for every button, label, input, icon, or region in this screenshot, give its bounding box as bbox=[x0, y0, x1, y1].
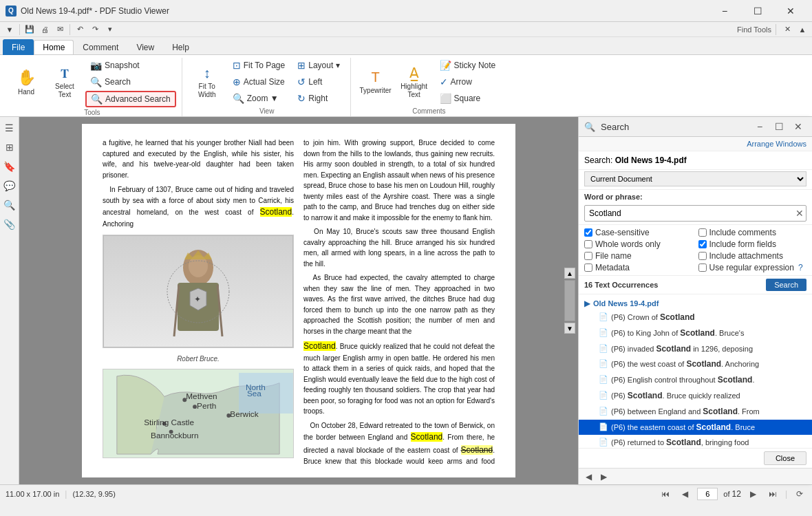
result-item-3[interactable]: 📄 (P6) the west coast of Scotland. Ancho… bbox=[579, 356, 812, 372]
sticky-note-button[interactable]: 📝 Sticky Note bbox=[435, 58, 501, 73]
use-regex-checkbox[interactable] bbox=[698, 264, 707, 272]
search-icon: 🔍 bbox=[90, 76, 102, 87]
tab-comment[interactable]: Comment bbox=[74, 40, 127, 54]
status-sep1: | bbox=[65, 489, 67, 499]
snapshot-button[interactable]: 📷 Snapshot bbox=[85, 58, 176, 73]
include-form-fields-checkbox[interactable] bbox=[698, 240, 707, 248]
sidebar-search[interactable]: 🔍 bbox=[1, 197, 18, 213]
hand-tool-button[interactable]: ✋ Hand bbox=[8, 62, 44, 103]
search-execute-button[interactable]: Search bbox=[766, 279, 806, 291]
actual-size-button[interactable]: ⊕ Actual Size bbox=[228, 74, 290, 89]
highlight-icon: A̲ bbox=[409, 65, 419, 81]
sidebar-thumbs[interactable]: ⊞ bbox=[1, 139, 18, 155]
minimize-button[interactable]: − bbox=[709, 0, 740, 22]
quick-access-toolbar: ▼ 💾 🖨 ✉ ↶ ↷ ▾ Find Tools ✕ ▲ bbox=[0, 22, 812, 37]
restore-button[interactable]: ☐ bbox=[742, 0, 773, 22]
result-file-header[interactable]: ▶ Old News 19-4.pdf bbox=[579, 297, 812, 310]
find-tools-close[interactable]: ✕ bbox=[780, 23, 794, 36]
whole-words-checkbox[interactable] bbox=[584, 240, 592, 248]
whole-words-label: Whole words only bbox=[595, 239, 661, 249]
scroll-down[interactable]: ▼ bbox=[564, 323, 575, 334]
last-page-button[interactable]: ⏭ bbox=[766, 487, 780, 501]
qa-undo[interactable]: ↶ bbox=[73, 23, 87, 36]
qa-save[interactable]: 💾 bbox=[23, 23, 36, 36]
regex-help-icon[interactable]: ? bbox=[798, 263, 803, 272]
panel-next-button[interactable]: ▶ bbox=[597, 470, 610, 484]
app-icon: Q bbox=[6, 6, 17, 17]
select-text-button[interactable]: 𝐓 Select Text bbox=[47, 62, 83, 103]
result-item-8[interactable]: 📄 (P6) returned to Scotland, bringing fo… bbox=[579, 435, 812, 448]
sidebar-layers[interactable]: ☰ bbox=[1, 120, 18, 136]
advanced-search-label: Advanced Search bbox=[105, 94, 171, 104]
panel-nav-bar: ◀ ▶ bbox=[579, 468, 812, 484]
qa-print[interactable]: 🖨 bbox=[38, 23, 52, 36]
result-item-2[interactable]: 📄 (P6) invaded Scotland in 1296, deposin… bbox=[579, 341, 812, 357]
result-text-8: (P6) returned to Scotland, bringing food bbox=[611, 437, 749, 448]
qa-dropdown[interactable]: ▾ bbox=[103, 23, 117, 36]
menu-tabs: File Home Comment View Help bbox=[0, 37, 812, 55]
square-button[interactable]: ⬜ Square bbox=[435, 91, 501, 106]
rotate-right-button[interactable]: ↻ Right bbox=[292, 91, 344, 106]
result-item-4[interactable]: 📄 (P6) English control throughout Scotla… bbox=[579, 372, 812, 388]
sidebar-bookmarks[interactable]: 🔖 bbox=[1, 158, 18, 175]
qa-email[interactable]: ✉ bbox=[53, 23, 67, 36]
zoom-button[interactable]: 🔍 Zoom ▼ bbox=[228, 91, 290, 106]
layout-button[interactable]: ⊞ Layout ▾ bbox=[292, 58, 344, 73]
page-number-input[interactable] bbox=[697, 488, 718, 500]
search-close-button[interactable]: Close bbox=[764, 451, 806, 465]
search-results-list[interactable]: ▶ Old News 19-4.pdf 📄 (P6) Crown of Scot… bbox=[579, 294, 812, 448]
sidebar-attachments[interactable]: 📎 bbox=[1, 216, 18, 233]
fit-to-width-button[interactable]: ↕ Fit To Width bbox=[189, 61, 225, 103]
panel-close-button[interactable]: ✕ bbox=[790, 120, 806, 133]
result-item-7[interactable]: 📄 (P6) the eastern coast of Scotland. Br… bbox=[579, 420, 812, 436]
ribbon-view-section: ↕ Fit To Width ⊡ Fit To Page ⊕ Actual Si… bbox=[184, 58, 351, 116]
scroll-up[interactable]: ▲ bbox=[564, 268, 575, 279]
include-attachments-checkbox[interactable] bbox=[698, 252, 707, 260]
result-item-0[interactable]: 📄 (P6) Crown of Scotland bbox=[579, 310, 812, 325]
file-name-checkbox[interactable] bbox=[584, 252, 592, 260]
tab-view[interactable]: View bbox=[127, 40, 163, 54]
result-doc-icon-6: 📄 bbox=[599, 407, 608, 416]
qa-menu[interactable]: ▼ bbox=[3, 23, 17, 36]
find-tools-expand[interactable]: ▲ bbox=[795, 23, 809, 36]
result-item-5[interactable]: 📄 (P6) Scotland. Bruce quickly realized bbox=[579, 388, 812, 404]
close-button[interactable]: ✕ bbox=[775, 0, 806, 22]
fit-to-page-button[interactable]: ⊡ Fit To Page bbox=[228, 58, 290, 73]
tab-home[interactable]: Home bbox=[34, 40, 74, 54]
result-text-5: (P6) Scotland. Bruce quickly realized bbox=[611, 390, 740, 402]
panel-restore-button[interactable]: ☐ bbox=[771, 120, 787, 133]
scroll-thumb[interactable] bbox=[564, 280, 575, 321]
page-coordinates: (12.32, 9.95) bbox=[72, 490, 115, 498]
case-sensitive-checkbox[interactable] bbox=[584, 228, 592, 237]
search-scope-select[interactable]: Current Document All Open Documents bbox=[584, 171, 806, 186]
portrait-figure: ✦ bbox=[103, 235, 293, 347]
prev-page-button[interactable]: ◀ bbox=[678, 487, 692, 501]
qa-redo[interactable]: ↷ bbox=[88, 23, 102, 36]
metadata-checkbox[interactable] bbox=[584, 264, 592, 272]
typewriter-button[interactable]: T Typewriter bbox=[358, 61, 394, 103]
tab-help[interactable]: Help bbox=[163, 40, 198, 54]
sticky-note-icon: 📝 bbox=[440, 60, 451, 71]
panel-minimize-button[interactable]: − bbox=[751, 120, 768, 133]
search-clear-button[interactable]: ✕ bbox=[795, 208, 804, 219]
result-item-1[interactable]: 📄 (P6) to King John of Scotland. Bruce's bbox=[579, 325, 812, 341]
rotate-left-button[interactable]: ↺ Left bbox=[292, 74, 344, 89]
arrow-button[interactable]: ✓ Arrow bbox=[435, 74, 501, 89]
search-options: Case-sensitive Include comments Whole wo… bbox=[579, 225, 812, 276]
refresh-button[interactable]: ⟳ bbox=[793, 487, 806, 501]
include-comments-checkbox[interactable] bbox=[698, 228, 707, 237]
advanced-search-button[interactable]: 🔍 Advanced Search bbox=[85, 91, 176, 107]
search-button[interactable]: 🔍 Search bbox=[85, 74, 176, 89]
first-page-button[interactable]: ⏮ bbox=[659, 487, 672, 501]
tools-label: Tools bbox=[8, 107, 176, 116]
panel-nav-buttons: ◀ ▶ bbox=[581, 470, 610, 484]
sidebar-comments[interactable]: 💬 bbox=[1, 178, 18, 194]
svg-text:Sea: Sea bbox=[247, 389, 261, 398]
next-page-button[interactable]: ▶ bbox=[747, 487, 760, 501]
search-term-input[interactable] bbox=[584, 205, 806, 222]
arrange-windows-button[interactable]: Arrange Windows bbox=[747, 140, 806, 148]
panel-prev-button[interactable]: ◀ bbox=[581, 470, 595, 484]
result-item-6[interactable]: 📄 (P6) between England and Scotland. Fro… bbox=[579, 404, 812, 420]
highlight-text-button[interactable]: A̲ Highlight Text bbox=[396, 61, 432, 103]
tab-file[interactable]: File bbox=[3, 39, 34, 55]
